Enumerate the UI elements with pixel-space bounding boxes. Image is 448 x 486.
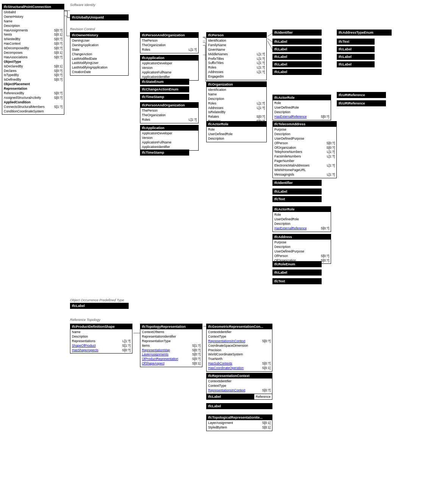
box-header: IfcPerson	[207, 33, 266, 38]
attr-type: L[1:?]	[257, 101, 265, 106]
attr-decomposes: DecomposesS[0:1]	[4, 51, 62, 55]
attr-name: FamilyName	[208, 43, 226, 48]
box-ifc-label-6: IfcLabel	[272, 188, 322, 195]
attr-name: UserDefinedPurpose	[274, 137, 304, 141]
attr-faxnumbers: FacsimileNumbersL[1:?]	[274, 154, 335, 159]
box-ifc-text-1: IfcText	[272, 196, 322, 202]
box-ifc-label-reference: IfcLabel Reference	[206, 394, 272, 400]
box-header: IfcLabel	[273, 270, 321, 275]
attr-relates: RelatesS[0:?]	[208, 115, 265, 119]
attr-type: S[0:1]	[54, 51, 62, 55]
box-header: IfcApplication	[140, 55, 198, 61]
attr-ofshapeaspect: OfShapeAspectS[0:1]	[142, 361, 201, 366]
box-ifc-address: IfcAddress Purpose Description UserDefin…	[272, 234, 331, 264]
box-ifc-timestamp-1: IfcTimeStamp	[140, 94, 189, 100]
box-header: IfcStateEnum	[140, 79, 189, 84]
attr-theperson: ThePerson	[142, 39, 197, 43]
attr-isnestedby: IsNestedByS[0:?]	[4, 37, 62, 42]
attr-owninguser: OwningUser	[72, 39, 127, 43]
attr-type: S[0:?]	[192, 352, 201, 357]
attr-name: OwningUser	[72, 39, 90, 43]
attr-name: RepresentationType	[142, 339, 171, 344]
attr-userdefinedrole: UserDefinedRole	[274, 217, 329, 222]
attr-objecttype: ObjectType	[4, 60, 62, 64]
box-body: ApplicationDeveloper Version Application…	[140, 61, 198, 80]
attr-type: S[0:?]	[321, 226, 329, 231]
box-ifc-structural-point-connection: IfcStructuralPointConnection GlobalId Ow…	[2, 4, 64, 115]
box-header: IfcPersonAndOrganization	[140, 33, 198, 38]
box-ifc-owner-history: IfcOwnerHistory OwningUser OwningApplica…	[70, 32, 129, 76]
attr-name: RepresentationIdentifier	[142, 335, 176, 339]
attr-name: OwningApplication	[72, 43, 98, 48]
box-ifc-label-4: IfcLabel	[272, 61, 322, 67]
attr-name: Addresses	[208, 70, 223, 75]
box-ifc-label-9: IfcLabel	[337, 54, 375, 60]
attr-purpose: Purpose	[274, 240, 329, 245]
box-ifc-geometric-rep-context: IfcGeometricRepresentationCon... Context…	[206, 324, 272, 372]
attr-role: Role	[208, 128, 265, 132]
attr-creationdate: CreationDate	[72, 70, 127, 75]
attr-roles: RolesL[1:?]	[142, 48, 197, 52]
attr-desc: Description	[208, 97, 265, 101]
box-ifc-identifier-1: IfcIdentifier	[272, 30, 322, 36]
box-header: IfcActorRole	[207, 122, 266, 127]
box-ifc-application-2: IfcApplication ApplicationDeveloper Vers…	[140, 125, 199, 151]
attr-type: S[0:?]	[327, 146, 335, 150]
attr-appdev: ApplicationDeveloper	[142, 61, 197, 66]
attr-desc: Description	[208, 137, 265, 141]
attr-name: IsDecomposedBy	[4, 46, 29, 51]
attr-type: S[0:1]	[192, 361, 201, 366]
box-header: IfcAddressTypeEnum	[337, 30, 391, 35]
attr-name: ElectronicMailAddresses	[274, 164, 310, 168]
attr-name: ConditionCoordinateSystem	[4, 109, 44, 114]
box-body: Purpose Description UserDefinedPurpose O…	[273, 127, 336, 178]
box-header: IfcLabel	[273, 62, 321, 67]
box-header: IfcIdentifier	[273, 180, 321, 185]
attr-type: S[0:?]	[54, 96, 62, 100]
attr-type: S[0:?]	[54, 69, 62, 73]
attr-name: GlobalId	[4, 10, 16, 15]
attr-ofperson: OfPersonS[0:?]	[274, 141, 335, 146]
attr-desc: Description	[274, 110, 329, 115]
attr-theorg: TheOrganization	[142, 43, 197, 48]
attr-name: IsDeclaredBy	[4, 64, 23, 69]
box-body: Purpose Description UserDefinedPurpose O…	[273, 240, 331, 263]
box-header: IfcGeometricRepresentationCon...	[207, 324, 272, 329]
box-header: IfcLabel	[337, 47, 374, 52]
attr-hasexternalref: HasExternalReferenceS[0:?]	[274, 226, 329, 231]
box-ifc-label-10: IfcLabel	[337, 61, 375, 67]
attr-shapeofproduct: ShapeOfProductS[1:?]	[72, 344, 131, 348]
box-ifc-application-1: IfcApplication ApplicationDeveloper Vers…	[140, 55, 199, 81]
attr-name: TheOrganization	[142, 113, 166, 118]
attr-name: WorldCoordinateSystem	[208, 352, 243, 357]
box-ifc-label-bottom: IfcLabel	[206, 403, 272, 409]
attr-hasshapeaspects: HasShapeAspectsS[0:?]	[72, 348, 131, 353]
attr-appliedcondition: AppliedCondition	[4, 100, 62, 105]
attr-type: L[1:?]	[257, 70, 265, 75]
attr-contextid: ContextIdentifier	[208, 379, 271, 384]
attr-type: S[0:?]	[54, 91, 62, 96]
attr-engagedin: EngagedIn	[208, 75, 265, 79]
box-header: IfcIdentifier	[273, 30, 321, 35]
attr-type: S[0:?]	[321, 254, 329, 259]
attr-name: HasAssociations	[4, 55, 28, 60]
attr-declares: DeclaresS[0:?]	[4, 69, 62, 73]
attr-name: ReferencedBy	[4, 91, 24, 96]
box-ifc-organization: IfcOrganization Identification Name Desc…	[206, 81, 267, 125]
box-header: IfcTopologyRepresentation	[140, 324, 202, 329]
attr-prefixtitles: PrefixTitlesL[1:?]	[208, 57, 265, 61]
attr-worldcoordsys: WorldCoordinateSystem	[208, 352, 271, 357]
attr-coordspacedim: CoordinateSpaceDimension	[208, 344, 271, 348]
section-software-identity: Software Identity	[70, 3, 95, 8]
box-header: IfcURIReference	[337, 101, 386, 106]
attr-name: HasSubContexts	[208, 361, 232, 366]
box-body: ContextOfItems RepresentationIdentifier …	[140, 329, 202, 367]
attr-name: Description	[274, 132, 291, 137]
box-header: IfcLabel	[337, 62, 374, 67]
attr-name: Precision	[208, 348, 221, 353]
box-ifc-address-type-enum: IfcAddressTypeEnum	[337, 30, 392, 36]
attr-type: S[0:?]	[321, 259, 329, 263]
attr-hasassignments: HasAssignmentsS[0:?]	[4, 28, 62, 33]
attr-name: IsDefinedBy	[4, 78, 21, 82]
attr-type: L[1:?]	[123, 339, 131, 344]
